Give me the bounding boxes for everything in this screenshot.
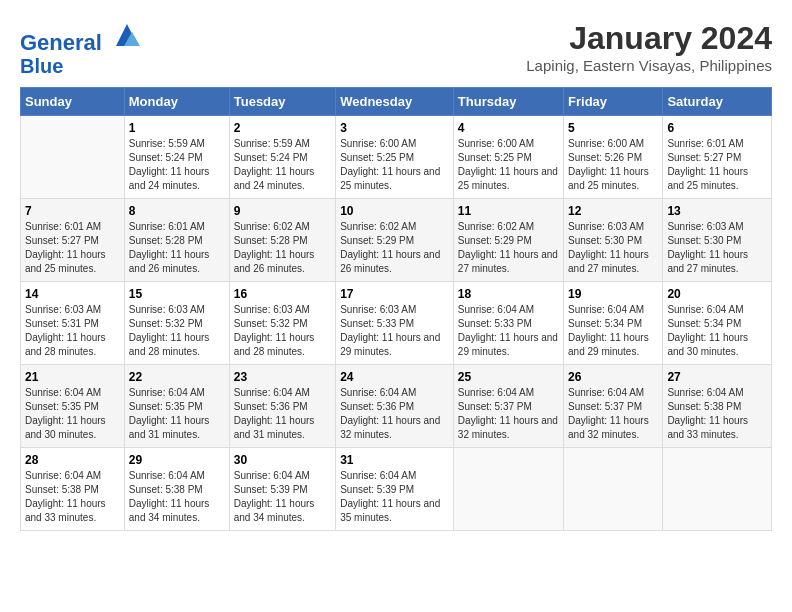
day-info: Sunrise: 6:03 AMSunset: 5:30 PMDaylight:… <box>568 220 658 276</box>
day-cell: 24 Sunrise: 6:04 AMSunset: 5:36 PMDaylig… <box>336 365 454 448</box>
week-row-3: 14 Sunrise: 6:03 AMSunset: 5:31 PMDaylig… <box>21 282 772 365</box>
calendar-table: SundayMondayTuesdayWednesdayThursdayFrid… <box>20 87 772 531</box>
day-number: 6 <box>667 121 767 135</box>
day-cell <box>453 448 563 531</box>
day-cell: 20 Sunrise: 6:04 AMSunset: 5:34 PMDaylig… <box>663 282 772 365</box>
day-number: 23 <box>234 370 331 384</box>
day-info: Sunrise: 6:04 AMSunset: 5:36 PMDaylight:… <box>340 386 449 442</box>
location: Lapinig, Eastern Visayas, Philippines <box>526 57 772 74</box>
week-row-1: 1 Sunrise: 5:59 AMSunset: 5:24 PMDayligh… <box>21 116 772 199</box>
day-info: Sunrise: 6:04 AMSunset: 5:38 PMDaylight:… <box>129 469 225 525</box>
header-day-wednesday: Wednesday <box>336 88 454 116</box>
week-row-2: 7 Sunrise: 6:01 AMSunset: 5:27 PMDayligh… <box>21 199 772 282</box>
day-cell: 26 Sunrise: 6:04 AMSunset: 5:37 PMDaylig… <box>564 365 663 448</box>
day-cell: 13 Sunrise: 6:03 AMSunset: 5:30 PMDaylig… <box>663 199 772 282</box>
day-cell: 5 Sunrise: 6:00 AMSunset: 5:26 PMDayligh… <box>564 116 663 199</box>
day-number: 5 <box>568 121 658 135</box>
day-number: 8 <box>129 204 225 218</box>
day-cell <box>21 116 125 199</box>
day-cell: 29 Sunrise: 6:04 AMSunset: 5:38 PMDaylig… <box>124 448 229 531</box>
day-cell: 31 Sunrise: 6:04 AMSunset: 5:39 PMDaylig… <box>336 448 454 531</box>
day-info: Sunrise: 6:03 AMSunset: 5:32 PMDaylight:… <box>129 303 225 359</box>
day-info: Sunrise: 5:59 AMSunset: 5:24 PMDaylight:… <box>129 137 225 193</box>
day-cell: 9 Sunrise: 6:02 AMSunset: 5:28 PMDayligh… <box>229 199 335 282</box>
title-section: January 2024 Lapinig, Eastern Visayas, P… <box>526 20 772 74</box>
day-info: Sunrise: 6:04 AMSunset: 5:39 PMDaylight:… <box>340 469 449 525</box>
day-info: Sunrise: 6:00 AMSunset: 5:26 PMDaylight:… <box>568 137 658 193</box>
day-info: Sunrise: 6:03 AMSunset: 5:31 PMDaylight:… <box>25 303 120 359</box>
calendar-header-row: SundayMondayTuesdayWednesdayThursdayFrid… <box>21 88 772 116</box>
day-info: Sunrise: 6:01 AMSunset: 5:28 PMDaylight:… <box>129 220 225 276</box>
day-number: 13 <box>667 204 767 218</box>
day-info: Sunrise: 6:00 AMSunset: 5:25 PMDaylight:… <box>458 137 559 193</box>
header-day-sunday: Sunday <box>21 88 125 116</box>
day-info: Sunrise: 6:01 AMSunset: 5:27 PMDaylight:… <box>25 220 120 276</box>
day-info: Sunrise: 6:00 AMSunset: 5:25 PMDaylight:… <box>340 137 449 193</box>
day-number: 27 <box>667 370 767 384</box>
day-cell: 19 Sunrise: 6:04 AMSunset: 5:34 PMDaylig… <box>564 282 663 365</box>
day-number: 9 <box>234 204 331 218</box>
day-number: 19 <box>568 287 658 301</box>
header-day-monday: Monday <box>124 88 229 116</box>
logo-text: General <box>20 20 142 55</box>
day-info: Sunrise: 6:04 AMSunset: 5:37 PMDaylight:… <box>568 386 658 442</box>
day-info: Sunrise: 6:04 AMSunset: 5:34 PMDaylight:… <box>568 303 658 359</box>
day-info: Sunrise: 6:02 AMSunset: 5:28 PMDaylight:… <box>234 220 331 276</box>
month-title: January 2024 <box>526 20 772 57</box>
day-cell: 12 Sunrise: 6:03 AMSunset: 5:30 PMDaylig… <box>564 199 663 282</box>
day-number: 10 <box>340 204 449 218</box>
day-info: Sunrise: 6:04 AMSunset: 5:39 PMDaylight:… <box>234 469 331 525</box>
day-number: 21 <box>25 370 120 384</box>
day-cell: 4 Sunrise: 6:00 AMSunset: 5:25 PMDayligh… <box>453 116 563 199</box>
day-cell: 3 Sunrise: 6:00 AMSunset: 5:25 PMDayligh… <box>336 116 454 199</box>
header-day-thursday: Thursday <box>453 88 563 116</box>
day-number: 31 <box>340 453 449 467</box>
day-number: 18 <box>458 287 559 301</box>
header-day-friday: Friday <box>564 88 663 116</box>
day-number: 26 <box>568 370 658 384</box>
day-cell: 23 Sunrise: 6:04 AMSunset: 5:36 PMDaylig… <box>229 365 335 448</box>
week-row-4: 21 Sunrise: 6:04 AMSunset: 5:35 PMDaylig… <box>21 365 772 448</box>
day-info: Sunrise: 6:04 AMSunset: 5:35 PMDaylight:… <box>129 386 225 442</box>
day-number: 3 <box>340 121 449 135</box>
day-cell <box>564 448 663 531</box>
day-number: 20 <box>667 287 767 301</box>
day-cell: 27 Sunrise: 6:04 AMSunset: 5:38 PMDaylig… <box>663 365 772 448</box>
logo-general: General <box>20 30 102 55</box>
day-cell: 10 Sunrise: 6:02 AMSunset: 5:29 PMDaylig… <box>336 199 454 282</box>
day-info: Sunrise: 6:02 AMSunset: 5:29 PMDaylight:… <box>458 220 559 276</box>
day-cell: 11 Sunrise: 6:02 AMSunset: 5:29 PMDaylig… <box>453 199 563 282</box>
day-info: Sunrise: 6:04 AMSunset: 5:37 PMDaylight:… <box>458 386 559 442</box>
day-number: 12 <box>568 204 658 218</box>
day-cell: 1 Sunrise: 5:59 AMSunset: 5:24 PMDayligh… <box>124 116 229 199</box>
day-info: Sunrise: 6:04 AMSunset: 5:38 PMDaylight:… <box>667 386 767 442</box>
day-number: 29 <box>129 453 225 467</box>
day-info: Sunrise: 6:01 AMSunset: 5:27 PMDaylight:… <box>667 137 767 193</box>
day-info: Sunrise: 6:03 AMSunset: 5:33 PMDaylight:… <box>340 303 449 359</box>
day-number: 15 <box>129 287 225 301</box>
day-number: 22 <box>129 370 225 384</box>
day-number: 17 <box>340 287 449 301</box>
day-number: 4 <box>458 121 559 135</box>
day-cell: 28 Sunrise: 6:04 AMSunset: 5:38 PMDaylig… <box>21 448 125 531</box>
day-cell: 30 Sunrise: 6:04 AMSunset: 5:39 PMDaylig… <box>229 448 335 531</box>
header-day-tuesday: Tuesday <box>229 88 335 116</box>
day-number: 30 <box>234 453 331 467</box>
day-number: 16 <box>234 287 331 301</box>
day-info: Sunrise: 6:03 AMSunset: 5:32 PMDaylight:… <box>234 303 331 359</box>
day-info: Sunrise: 6:02 AMSunset: 5:29 PMDaylight:… <box>340 220 449 276</box>
day-cell: 8 Sunrise: 6:01 AMSunset: 5:28 PMDayligh… <box>124 199 229 282</box>
day-number: 2 <box>234 121 331 135</box>
day-info: Sunrise: 6:04 AMSunset: 5:38 PMDaylight:… <box>25 469 120 525</box>
header-day-saturday: Saturday <box>663 88 772 116</box>
day-info: Sunrise: 6:04 AMSunset: 5:35 PMDaylight:… <box>25 386 120 442</box>
day-cell: 25 Sunrise: 6:04 AMSunset: 5:37 PMDaylig… <box>453 365 563 448</box>
day-info: Sunrise: 6:04 AMSunset: 5:34 PMDaylight:… <box>667 303 767 359</box>
day-cell: 2 Sunrise: 5:59 AMSunset: 5:24 PMDayligh… <box>229 116 335 199</box>
day-cell: 15 Sunrise: 6:03 AMSunset: 5:32 PMDaylig… <box>124 282 229 365</box>
day-cell: 17 Sunrise: 6:03 AMSunset: 5:33 PMDaylig… <box>336 282 454 365</box>
logo-blue: Blue <box>20 55 142 77</box>
day-number: 24 <box>340 370 449 384</box>
day-number: 14 <box>25 287 120 301</box>
day-cell: 18 Sunrise: 6:04 AMSunset: 5:33 PMDaylig… <box>453 282 563 365</box>
